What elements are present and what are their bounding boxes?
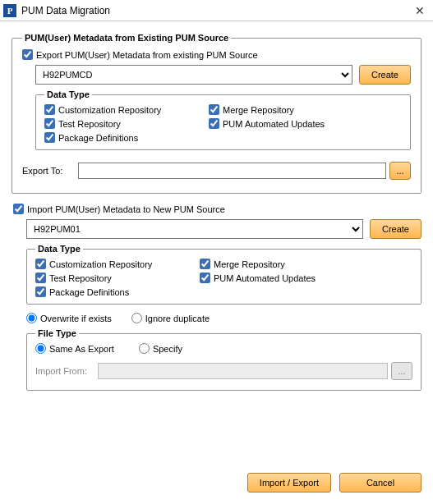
import-dt-automated-label: PUM Automated Updates bbox=[214, 273, 316, 283]
export-datatype-legend: Data Type bbox=[44, 89, 92, 99]
import-datatype-group: Data Type Customization Repository Merge… bbox=[26, 244, 421, 305]
export-source-row: H92PUMCD Create bbox=[35, 65, 411, 85]
import-from-label: Import From: bbox=[35, 366, 94, 376]
export-enable-checkbox[interactable] bbox=[22, 49, 33, 60]
import-create-button[interactable]: Create bbox=[370, 219, 421, 239]
export-dt-merge-label: Merge Repository bbox=[223, 105, 294, 115]
import-from-row: Import From: ... bbox=[35, 362, 412, 380]
export-enable-label: Export PUM(User) Metadata from existing … bbox=[36, 50, 258, 60]
export-dt-merge-checkbox[interactable] bbox=[209, 104, 219, 115]
specify-text: Specify bbox=[153, 344, 182, 354]
export-source-select[interactable]: H92PUMCD bbox=[35, 65, 352, 85]
specify-radio-label[interactable]: Specify bbox=[139, 343, 182, 354]
import-from-browse-button: ... bbox=[391, 362, 412, 380]
import-datatype-legend: Data Type bbox=[35, 244, 83, 254]
same-as-export-radio-label[interactable]: Same As Export bbox=[35, 343, 114, 354]
dialog-window: P PUM Data Migration ✕ PUM(User) Metadat… bbox=[0, 0, 433, 504]
cancel-button[interactable]: Cancel bbox=[339, 473, 421, 493]
import-from-input bbox=[98, 363, 388, 379]
import-enable-row: Import PUM(User) Metadata to New PUM Sou… bbox=[13, 204, 421, 214]
export-dt-test-checkbox[interactable] bbox=[44, 118, 55, 129]
export-create-button[interactable]: Create bbox=[359, 65, 411, 85]
ignore-radio[interactable] bbox=[131, 313, 142, 323]
export-to-input[interactable] bbox=[78, 163, 386, 179]
file-type-radio-row: Same As Export Specify bbox=[35, 341, 412, 354]
import-dt-merge-checkbox[interactable] bbox=[200, 259, 210, 269]
import-dt-test-checkbox[interactable] bbox=[35, 273, 46, 283]
content-area: PUM(User) Metadata from Existing PUM Sou… bbox=[0, 21, 433, 463]
import-dt-customization-checkbox[interactable] bbox=[35, 259, 46, 269]
footer: Import / Export Cancel bbox=[0, 463, 433, 504]
import-dt-package-label: Package Definitions bbox=[49, 287, 129, 297]
ignore-text: Ignore duplicate bbox=[145, 314, 210, 323]
import-dt-merge-label: Merge Repository bbox=[214, 259, 285, 269]
overwrite-radio-label[interactable]: Overwrite if exists bbox=[26, 313, 112, 323]
export-dt-package-checkbox[interactable] bbox=[44, 132, 55, 143]
export-datatype-group: Data Type Customization Repository Merge… bbox=[35, 89, 411, 150]
import-conflict-row: Overwrite if exists Ignore duplicate bbox=[26, 313, 421, 323]
same-as-export-text: Same As Export bbox=[49, 344, 114, 354]
import-enable-checkbox[interactable] bbox=[13, 204, 24, 214]
export-dt-automated-label: PUM Automated Updates bbox=[223, 119, 325, 129]
import-enable-label: Import PUM(User) Metadata to New PUM Sou… bbox=[27, 204, 225, 214]
ignore-radio-label[interactable]: Ignore duplicate bbox=[131, 313, 210, 323]
export-enable-row: Export PUM(User) Metadata from existing … bbox=[22, 49, 411, 60]
window-title: PUM Data Migration bbox=[21, 5, 412, 16]
import-dt-package-checkbox[interactable] bbox=[35, 286, 46, 297]
app-icon: P bbox=[3, 4, 16, 17]
file-type-legend: File Type bbox=[35, 328, 79, 338]
export-dt-package-label: Package Definitions bbox=[58, 133, 138, 143]
export-group: PUM(User) Metadata from Existing PUM Sou… bbox=[12, 33, 421, 194]
import-dt-test-label: Test Repository bbox=[49, 273, 112, 283]
overwrite-text: Overwrite if exists bbox=[40, 314, 112, 323]
import-source-row: H92PUM01 Create bbox=[26, 219, 421, 239]
export-dt-customization-label: Customization Repository bbox=[58, 105, 161, 115]
titlebar: P PUM Data Migration ✕ bbox=[0, 0, 433, 21]
overwrite-radio[interactable] bbox=[26, 313, 37, 323]
export-to-row: Export To: ... bbox=[22, 162, 411, 180]
close-icon[interactable]: ✕ bbox=[412, 2, 428, 19]
same-as-export-radio[interactable] bbox=[35, 343, 46, 354]
file-type-group: File Type Same As Export Specify Import … bbox=[26, 328, 421, 391]
export-to-browse-button[interactable]: ... bbox=[389, 162, 411, 180]
specify-radio[interactable] bbox=[139, 343, 150, 354]
export-dt-automated-checkbox[interactable] bbox=[209, 118, 219, 129]
import-export-button[interactable]: Import / Export bbox=[247, 473, 331, 493]
import-dt-automated-checkbox[interactable] bbox=[200, 273, 210, 283]
import-dt-customization-label: Customization Repository bbox=[49, 259, 152, 269]
export-to-label: Export To: bbox=[22, 166, 75, 176]
export-group-title: PUM(User) Metadata from Existing PUM Sou… bbox=[22, 33, 231, 43]
import-source-select[interactable]: H92PUM01 bbox=[26, 219, 363, 239]
export-dt-customization-checkbox[interactable] bbox=[44, 104, 55, 115]
export-dt-test-label: Test Repository bbox=[58, 119, 121, 129]
